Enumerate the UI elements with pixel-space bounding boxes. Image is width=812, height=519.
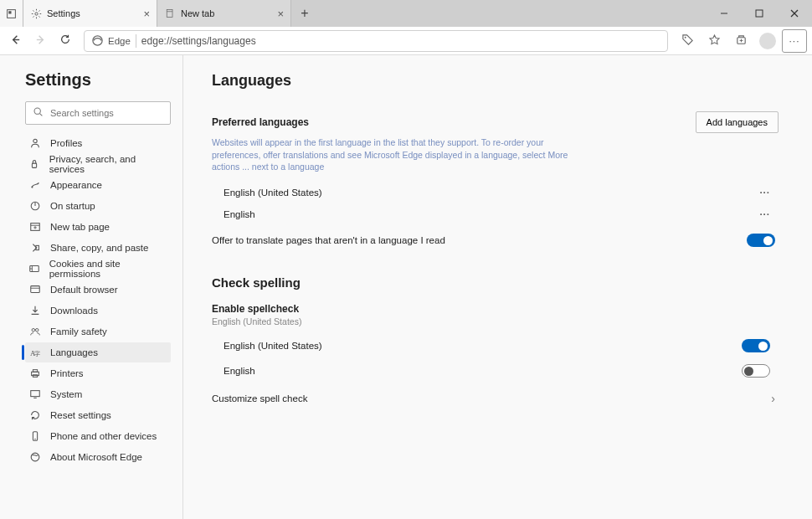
preferred-languages-help: Websites will appear in the first langua…: [212, 136, 580, 173]
tab-new[interactable]: New tab ×: [157, 0, 291, 27]
sidebar-item-label: New tab page: [50, 222, 110, 232]
nav-icon: [28, 136, 42, 150]
gear-icon: [30, 8, 42, 19]
sidebar-item-share-copy-and-paste[interactable]: Share, copy, and paste: [25, 238, 171, 258]
sidebar-item-cookies-and-site-permissions[interactable]: Cookies and site permissions: [25, 259, 171, 279]
sidebar-item-system[interactable]: System: [25, 384, 171, 404]
nav-icon: [28, 429, 42, 443]
settings-sidebar: Settings ProfilesPrivacy, search, and se…: [0, 55, 182, 519]
page-icon: [164, 8, 176, 19]
sidebar-item-printers[interactable]: Printers: [25, 363, 171, 383]
svg-point-12: [684, 36, 686, 38]
svg-point-20: [32, 187, 33, 188]
sidebar-item-profiles[interactable]: Profiles: [25, 133, 171, 153]
collections-button[interactable]: [728, 29, 753, 53]
check-spelling-heading: Check spelling: [212, 275, 779, 290]
add-languages-button[interactable]: Add languages: [696, 111, 779, 133]
settings-search[interactable]: [25, 101, 171, 125]
settings-heading: Settings: [25, 70, 171, 90]
sidebar-item-reset-settings[interactable]: Reset settings: [25, 405, 171, 425]
tab-close-button[interactable]: ×: [277, 8, 284, 20]
language-more-button[interactable]: ···: [759, 188, 770, 198]
favorites-button[interactable]: [702, 29, 727, 53]
customize-spell-check-label: Customize spell check: [212, 393, 307, 403]
svg-rect-31: [31, 286, 40, 293]
window-titlebar: Settings × New tab × +: [0, 0, 812, 27]
refresh-button[interactable]: [54, 29, 77, 53]
svg-line-17: [40, 114, 43, 116]
tab-settings[interactable]: Settings ×: [23, 0, 157, 27]
settings-nav: ProfilesPrivacy, search, and servicesApp…: [25, 133, 171, 467]
nav-icon: [28, 283, 42, 296]
profile-button[interactable]: [755, 29, 780, 53]
sidebar-item-label: Default browser: [50, 285, 118, 295]
sidebar-item-label: Printers: [50, 368, 84, 378]
sidebar-item-label: On startup: [50, 201, 95, 211]
svg-point-33: [32, 329, 35, 332]
collections-icon: [735, 33, 748, 49]
nav-icon: A字: [28, 346, 42, 359]
spellcheck-language-toggle[interactable]: [742, 364, 770, 378]
sidebar-item-new-tab-page[interactable]: New tab page: [25, 217, 171, 237]
sidebar-item-label: Privacy, search, and services: [49, 154, 164, 174]
nav-icon: [28, 262, 41, 275]
svg-rect-19: [33, 163, 37, 167]
svg-point-34: [35, 329, 39, 332]
window-maximize-button[interactable]: [742, 0, 777, 27]
window-minimize-button[interactable]: [707, 0, 742, 27]
sidebar-item-on-startup[interactable]: On startup: [25, 196, 171, 216]
sidebar-item-label: Cookies and site permissions: [49, 259, 164, 279]
sidebar-item-privacy-search-and-services[interactable]: Privacy, search, and services: [25, 154, 171, 174]
customize-spell-check-row[interactable]: Customize spell check ›: [212, 383, 779, 414]
sidebar-item-family-safety[interactable]: Family safety: [25, 321, 171, 342]
tab-close-button[interactable]: ×: [143, 8, 150, 20]
arrow-right-icon: [34, 33, 47, 49]
nav-icon: [28, 199, 42, 213]
new-tab-button[interactable]: +: [291, 0, 318, 27]
translate-toggle[interactable]: [747, 234, 775, 247]
back-button[interactable]: [3, 29, 27, 53]
arrow-left-icon: [9, 33, 22, 49]
sidebar-item-languages[interactable]: A字Languages: [25, 342, 171, 362]
sidebar-item-label: Share, copy, and paste: [50, 243, 148, 253]
enable-spellcheck-desc: English (United States): [212, 316, 779, 326]
sidebar-item-about-microsoft-edge[interactable]: About Microsoft Edge: [25, 447, 171, 467]
nav-icon: [28, 450, 42, 464]
sidebar-item-appearance[interactable]: Appearance: [25, 175, 171, 195]
sidebar-item-downloads[interactable]: Downloads: [25, 301, 171, 321]
nav-icon: [28, 241, 42, 254]
url-input[interactable]: [141, 35, 667, 47]
nav-icon: [28, 304, 42, 317]
nav-icon: [28, 409, 42, 422]
shopping-button[interactable]: [675, 29, 700, 53]
search-icon: [33, 106, 44, 120]
browser-toolbar: Edge ···: [0, 27, 812, 55]
language-name: English: [224, 209, 255, 219]
sidebar-item-label: About Microsoft Edge: [50, 452, 142, 462]
tab-actions-icon: [5, 8, 17, 19]
forward-button[interactable]: [28, 29, 52, 53]
star-icon: [708, 33, 721, 49]
language-name: English (United States): [224, 341, 322, 351]
sidebar-item-default-browser[interactable]: Default browser: [25, 280, 171, 300]
nav-icon: [28, 220, 42, 234]
tab-actions-button[interactable]: [0, 0, 23, 27]
spellcheck-language-toggle[interactable]: [742, 339, 770, 352]
window-close-button[interactable]: [777, 0, 812, 27]
ellipsis-icon: ···: [789, 35, 799, 47]
refresh-icon: [59, 33, 71, 48]
svg-point-43: [34, 439, 35, 439]
more-menu-button[interactable]: ···: [782, 29, 807, 53]
edge-logo-icon: [91, 34, 105, 48]
address-bar[interactable]: Edge: [84, 30, 668, 52]
page-title: Languages: [212, 72, 779, 90]
address-engine-label: Edge: [108, 36, 131, 46]
avatar-icon: [759, 33, 776, 49]
sidebar-item-phone-and-other-devices[interactable]: Phone and other devices: [25, 426, 171, 446]
preferred-language-row: English···: [212, 203, 779, 225]
separator: [136, 34, 136, 48]
nav-icon: [28, 157, 41, 171]
settings-search-input[interactable]: [50, 108, 166, 118]
svg-rect-1: [8, 11, 11, 13]
language-more-button[interactable]: ···: [759, 209, 770, 219]
